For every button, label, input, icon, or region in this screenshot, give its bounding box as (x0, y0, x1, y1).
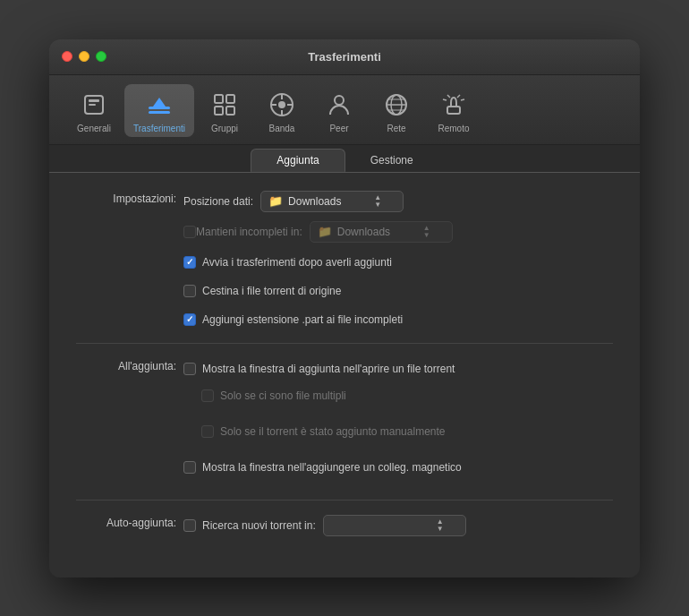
posizione-dati-row: Posizione dati: 📁 Downloads ▲ ▼ (183, 191, 613, 212)
impostazioni-label: Impostazioni: (76, 191, 183, 330)
separator-2 (76, 500, 613, 500)
svg-rect-5 (149, 111, 170, 114)
svg-point-11 (278, 101, 285, 108)
toolbar: Generali Trasferimenti (49, 75, 640, 145)
solo-manuale-label: Solo se il torrent è stato aggiunto manu… (220, 425, 445, 438)
solo-manuale-row: Solo se il torrent è stato aggiunto manu… (201, 421, 613, 442)
rete-icon (380, 89, 413, 121)
avvia-label: Avvia i trasferimenti dopo averli aggiun… (202, 256, 392, 269)
auto-aggiunta-checkbox-label: Ricerca nuovi torrent in: (202, 519, 316, 532)
mostra-colleg-label: Mostra la finestra nell'aggiungere un co… (202, 461, 462, 474)
checkbox-solo-manuale[interactable] (201, 425, 214, 438)
remoto-icon (438, 89, 470, 121)
svg-rect-22 (447, 107, 460, 114)
separator-1 (76, 343, 613, 344)
svg-rect-2 (89, 104, 96, 106)
svg-rect-3 (149, 107, 170, 109)
auto-aggiunta-content: Ricerca nuovi torrent in: ▲ ▼ (183, 515, 613, 545)
all-aggiunta-content: Mostra la finestra di aggiunta nell'apri… (183, 358, 613, 487)
posizione-dati-dropdown[interactable]: 📁 Downloads ▲ ▼ (260, 191, 404, 212)
generali-icon (78, 89, 110, 121)
mantieni-arrows: ▲ ▼ (423, 225, 430, 239)
close-button[interactable] (62, 51, 72, 62)
peer-label: Peer (329, 124, 348, 133)
minimize-button[interactable] (79, 51, 89, 62)
auto-aggiunta-section: Auto-aggiunta: Ricerca nuovi torrent in:… (76, 515, 613, 545)
toolbar-item-trasferimenti[interactable]: Trasferimenti (124, 84, 194, 137)
content-area: Impostazioni: Posizione dati: 📁 Download… (49, 173, 640, 578)
posizione-dati-label: Posizione dati: (183, 195, 253, 208)
checkbox-avvia-row: Avvia i trasferimenti dopo averli aggiun… (183, 252, 613, 273)
mantieni-label: Mantieni incompleti in: (196, 226, 302, 238)
dropdown-arrows: ▲ ▼ (374, 194, 381, 209)
checkbox-auto-aggiunta[interactable] (183, 519, 196, 532)
checkbox-avvia[interactable] (183, 256, 196, 269)
svg-line-24 (457, 95, 460, 98)
gruppi-icon (208, 89, 241, 121)
banda-icon (266, 89, 298, 121)
svg-rect-9 (226, 107, 234, 115)
toolbar-item-rete[interactable]: Rete (370, 84, 423, 137)
svg-rect-8 (215, 107, 223, 115)
mostra-colleg-row: Mostra la finestra nell'aggiungere un co… (183, 457, 613, 478)
mantieni-checkbox[interactable] (183, 226, 196, 238)
tab-gestione[interactable]: Gestione (345, 149, 438, 172)
remoto-label: Remoto (438, 124, 469, 133)
titlebar: Trasferimenti (49, 39, 640, 75)
tab-aggiunta[interactable]: Aggiunta (251, 149, 344, 172)
window-title: Trasferimenti (308, 50, 381, 64)
banda-label: Banda (269, 124, 295, 133)
all-aggiunta-section: All'aggiunta: Mostra la finestra di aggi… (76, 358, 613, 487)
checkbox-mostra-finestra[interactable] (183, 363, 196, 375)
mantieni-row: Mantieni incompleti in: 📁 Downloads ▲ ▼ (183, 221, 613, 243)
svg-rect-7 (226, 95, 234, 103)
mantieni-folder-icon: 📁 (318, 225, 332, 238)
main-checkboxes: Avvia i trasferimenti dopo averli aggiun… (183, 252, 613, 330)
toolbar-item-generali[interactable]: Generali (67, 84, 121, 137)
impostazioni-content: Posizione dati: 📁 Downloads ▲ ▼ Mantieni… (183, 191, 613, 330)
mostra-finestra-row: Mostra la finestra di aggiunta nell'apri… (183, 358, 613, 380)
checkbox-cestina-row: Cestina i file torrent di origine (183, 280, 613, 302)
traffic-lights (62, 51, 106, 62)
peer-icon (323, 89, 355, 121)
svg-rect-1 (89, 99, 99, 102)
checkbox-aggiungi[interactable] (183, 313, 196, 326)
svg-marker-4 (153, 98, 166, 107)
maximize-button[interactable] (96, 51, 106, 62)
trasferimenti-label: Trasferimenti (133, 124, 185, 133)
all-aggiunta-label: All'aggiunta: (76, 358, 183, 487)
folder-icon: 📁 (268, 194, 283, 208)
mostra-finestra-label: Mostra la finestra di aggiunta nell'apri… (202, 363, 455, 375)
svg-line-26 (461, 99, 464, 100)
solo-multipli-row: Solo se ci sono file multipli (201, 385, 613, 406)
mantieni-value: Downloads (337, 226, 390, 238)
auto-aggiunta-label: Auto-aggiunta: (76, 515, 183, 545)
cestina-label: Cestina i file torrent di origine (202, 285, 341, 297)
tabs-bar: Aggiunta Gestione (49, 145, 640, 173)
toolbar-item-gruppi[interactable]: Gruppi (198, 84, 251, 137)
svg-line-23 (447, 95, 450, 98)
toolbar-item-banda[interactable]: Banda (255, 84, 309, 137)
svg-point-16 (335, 96, 344, 105)
toolbar-item-peer[interactable]: Peer (312, 84, 366, 137)
checkbox-mostra-colleg[interactable] (183, 461, 196, 474)
checkbox-aggiungi-row: Aggiungi estensione .part ai file incomp… (183, 309, 613, 330)
mantieni-dropdown: 📁 Downloads ▲ ▼ (310, 221, 453, 243)
generali-label: Generali (77, 124, 111, 133)
auto-aggiunta-row: Ricerca nuovi torrent in: ▲ ▼ (183, 515, 613, 536)
main-window: Trasferimenti Generali Trasferimenti (49, 39, 640, 578)
auto-aggiunta-arrows: ▲ ▼ (437, 518, 444, 533)
auto-aggiunta-dropdown[interactable]: ▲ ▼ (323, 515, 466, 536)
impostazioni-section: Impostazioni: Posizione dati: 📁 Download… (76, 191, 613, 330)
svg-line-25 (443, 99, 447, 100)
indented-checkboxes: Solo se ci sono file multipli Solo se il… (201, 385, 613, 451)
svg-rect-6 (215, 95, 223, 103)
toolbar-item-remoto[interactable]: Remoto (427, 84, 481, 137)
solo-multipli-label: Solo se ci sono file multipli (220, 389, 346, 402)
gruppi-label: Gruppi (211, 124, 238, 133)
checkbox-cestina[interactable] (183, 285, 196, 297)
trasferimenti-icon (143, 89, 175, 121)
posizione-dati-value: Downloads (288, 195, 341, 208)
checkbox-solo-multipli[interactable] (201, 389, 214, 402)
aggiungi-label: Aggiungi estensione .part ai file incomp… (202, 313, 403, 326)
